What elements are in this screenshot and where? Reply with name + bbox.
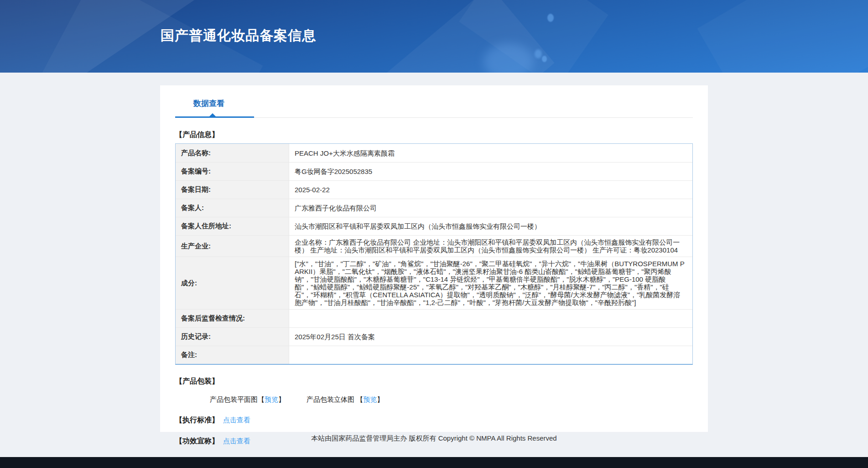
- row-value: ["水"，"甘油"，"丁二醇"，"矿油"，"角鲨烷"，"甘油聚醚-26"，"聚二…: [289, 257, 692, 309]
- row-value: 企业名称：广东雅西子化妆品有限公司 企业地址：汕头市潮阳区和平镇和平居委双凤加工…: [289, 236, 692, 257]
- banner-decor-band: [697, 0, 868, 73]
- row-label: 产品名称:: [176, 144, 289, 162]
- section-title-product-packaging: 【产品包装】: [175, 377, 693, 386]
- row-label: 备案编号:: [176, 163, 289, 180]
- table-row: 备案编号: 粤G妆网备字2025052835: [176, 162, 692, 180]
- standards-line: 【执行标准】点击查看: [175, 415, 693, 425]
- table-row: 备案人: 广东雅西子化妆品有限公司: [176, 199, 692, 217]
- row-value: 粤G妆网备字2025052835: [289, 163, 692, 180]
- table-row: 备注:: [176, 346, 692, 364]
- packaging-stereo-label: 产品包装立体图 【: [307, 395, 363, 403]
- content-card: 数据查看 【产品信息】 产品名称: PEACH JO+大米水感隔离素颜霜 备案编…: [160, 85, 708, 432]
- banner-decor-band: [385, 0, 554, 73]
- packaging-flat-label: 产品包装平面图【: [210, 395, 265, 403]
- packaging-stereo-preview-link[interactable]: 预览: [363, 395, 377, 403]
- row-value: [289, 346, 692, 364]
- table-row: 生产企业: 企业名称：广东雅西子化妆品有限公司 企业地址：汕头市潮阳区和平镇和平…: [176, 235, 692, 257]
- bottom-bar: [0, 457, 868, 468]
- row-label: 备案人住所地址:: [176, 217, 289, 235]
- banner-decor-blob: [483, 43, 534, 73]
- table-row: 成分: ["水"，"甘油"，"丁二醇"，"矿油"，"角鲨烷"，"甘油聚醚-26"…: [176, 257, 692, 309]
- page-title: 国产普通化妆品备案信息: [161, 26, 316, 45]
- tab-divider: [175, 117, 693, 118]
- packaging-preview-line: 产品包装平面图【预览】产品包装立体图 【预览】: [210, 395, 693, 404]
- row-value: 广东雅西子化妆品有限公司: [289, 199, 692, 217]
- tab-caret-icon: [209, 113, 216, 117]
- tab-bar: 数据查看: [175, 85, 693, 118]
- table-row: 备案日期: 2025-02-22: [176, 180, 692, 199]
- banner-decor-band: [459, 0, 608, 73]
- table-row: 备案人住所地址: 汕头市潮阳区和平镇和平居委双凤加工区内（汕头市恒鑫服饰实业有限…: [176, 217, 692, 235]
- footer-copyright: 本站由国家药品监督管理局主办 版权所有 Copyright © NMPA All…: [0, 434, 868, 443]
- packaging-flat-label-close: 】: [278, 395, 285, 403]
- row-label: 备案后监督检查情况:: [176, 310, 289, 327]
- product-info-table: 产品名称: PEACH JO+大米水感隔离素颜霜 备案编号: 粤G妆网备字202…: [175, 143, 693, 365]
- row-value: 汕头市潮阳区和平镇和平居委双凤加工区内（汕头市恒鑫服饰实业有限公司一楼）: [289, 217, 692, 235]
- packaging-stereo-label-close: 】: [377, 395, 384, 403]
- packaging-flat-preview-link[interactable]: 预览: [265, 395, 278, 403]
- table-row: 产品名称: PEACH JO+大米水感隔离素颜霜: [176, 144, 692, 162]
- standards-view-link[interactable]: 点击查看: [223, 416, 250, 424]
- banner-decor-dot: [547, 14, 554, 22]
- standards-label: 【执行标准】: [175, 416, 219, 424]
- row-value: 2025年02月25日 首次备案: [289, 328, 692, 346]
- row-label: 备注:: [176, 346, 289, 364]
- row-label: 生产企业:: [176, 236, 289, 257]
- row-label: 备案人:: [176, 199, 289, 217]
- section-title-product-info: 【产品信息】: [175, 130, 693, 140]
- row-label: 备案日期:: [176, 181, 289, 199]
- row-label: 成分:: [176, 257, 289, 309]
- banner-decor-dot: [542, 56, 547, 62]
- row-label: 历史记录:: [176, 328, 289, 346]
- table-row: 备案后监督检查情况:: [176, 309, 692, 327]
- row-value: PEACH JO+大米水感隔离素颜霜: [289, 144, 692, 162]
- row-value: 2025-02-22: [289, 181, 692, 199]
- row-value: [289, 310, 692, 327]
- banner-decor-dot: [535, 49, 542, 58]
- table-row: 历史记录: 2025年02月25日 首次备案: [176, 327, 692, 346]
- page-header-banner: 国产普通化妆品备案信息: [0, 0, 868, 73]
